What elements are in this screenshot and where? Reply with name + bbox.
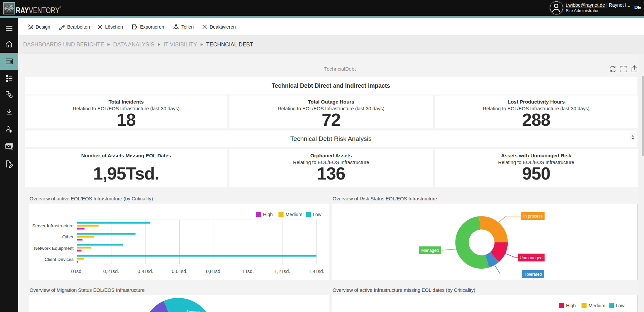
svg-text:Assess: Assess [186, 310, 200, 312]
svg-text:High: High [566, 303, 576, 308]
svg-text:High: High [263, 212, 273, 217]
svg-text:Client Devices: Client Devices [45, 257, 74, 262]
svg-text:In process: In process [523, 214, 543, 219]
svg-text:Network Equipment: Network Equipment [34, 246, 74, 251]
svg-text:Other: Other [62, 234, 74, 239]
svg-text:Unmanaged: Unmanaged [520, 256, 543, 260]
svg-text:Server Infrastructure: Server Infrastructure [32, 223, 74, 228]
svg-text:0,6Tsd.: 0,6Tsd. [172, 269, 187, 274]
svg-text:Low: Low [616, 303, 625, 308]
svg-text:0Tsd.: 0Tsd. [71, 269, 83, 274]
svg-text:0,4Tsd.: 0,4Tsd. [137, 269, 153, 274]
svg-text:1,4Tsd.: 1,4Tsd. [309, 269, 325, 274]
svg-text:1,2Tsd.: 1,2Tsd. [274, 269, 290, 274]
svg-text:Low: Low [313, 212, 322, 217]
svg-text:0,8Tsd.: 0,8Tsd. [206, 269, 222, 274]
svg-text:0,2Tsd.: 0,2Tsd. [103, 269, 119, 274]
svg-text:Tolerated: Tolerated [524, 272, 542, 277]
svg-text:Medium: Medium [286, 212, 302, 217]
svg-text:1Tsd.: 1Tsd. [242, 269, 254, 274]
svg-text:Medium: Medium [589, 303, 605, 308]
svg-text:Managed: Managed [421, 248, 439, 253]
